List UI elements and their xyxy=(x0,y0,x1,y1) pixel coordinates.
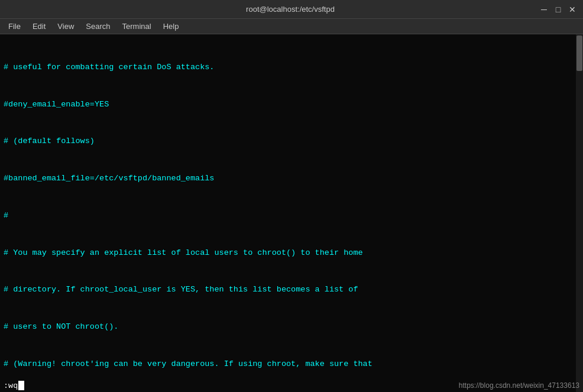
title-bar: root@localhost:/etc/vsftpd ─ □ ✕ xyxy=(0,0,583,19)
menu-bar: File Edit View Search Terminal Help xyxy=(0,19,583,34)
command-text: :wq xyxy=(4,381,18,390)
line-6: # You may specify an explicit list of lo… xyxy=(4,247,579,260)
line-9: # (Warning! chroot'ing can be very dange… xyxy=(4,358,579,371)
status-bar: :wq https://blog.csdn.net/weixin_4713361… xyxy=(0,379,583,392)
terminal[interactable]: # useful for combatting certain DoS atta… xyxy=(0,34,583,392)
close-button[interactable]: ✕ xyxy=(568,5,577,14)
line-4: #banned_email_file=/etc/vsftpd/banned_em… xyxy=(4,173,579,185)
maximize-button[interactable]: □ xyxy=(553,5,563,14)
line-3: # (default follows) xyxy=(4,135,579,148)
minimize-button[interactable]: ─ xyxy=(539,5,549,14)
line-8: # users to NOT chroot(). xyxy=(4,321,579,333)
code-content: # useful for combatting certain DoS atta… xyxy=(4,37,579,392)
status-url: https://blog.csdn.net/weixin_47133613 xyxy=(459,381,579,390)
menu-edit[interactable]: Edit xyxy=(28,21,50,32)
line-1: # useful for combatting certain DoS atta… xyxy=(4,61,579,74)
scrollbar[interactable] xyxy=(576,34,583,392)
line-5: # xyxy=(4,210,579,222)
status-command: :wq xyxy=(4,381,24,390)
menu-view[interactable]: View xyxy=(53,21,79,32)
menu-help[interactable]: Help xyxy=(158,21,184,32)
cursor xyxy=(18,381,24,390)
window-controls: ─ □ ✕ xyxy=(539,5,577,14)
scrollbar-thumb[interactable] xyxy=(576,35,582,71)
menu-terminal[interactable]: Terminal xyxy=(118,21,156,32)
window-title: root@localhost:/etc/vsftpd xyxy=(41,5,539,14)
line-2: #deny_email_enable=YES xyxy=(4,99,579,111)
line-7: # directory. If chroot_local_user is YES… xyxy=(4,284,579,296)
menu-search[interactable]: Search xyxy=(81,21,115,32)
menu-file[interactable]: File xyxy=(4,21,25,32)
